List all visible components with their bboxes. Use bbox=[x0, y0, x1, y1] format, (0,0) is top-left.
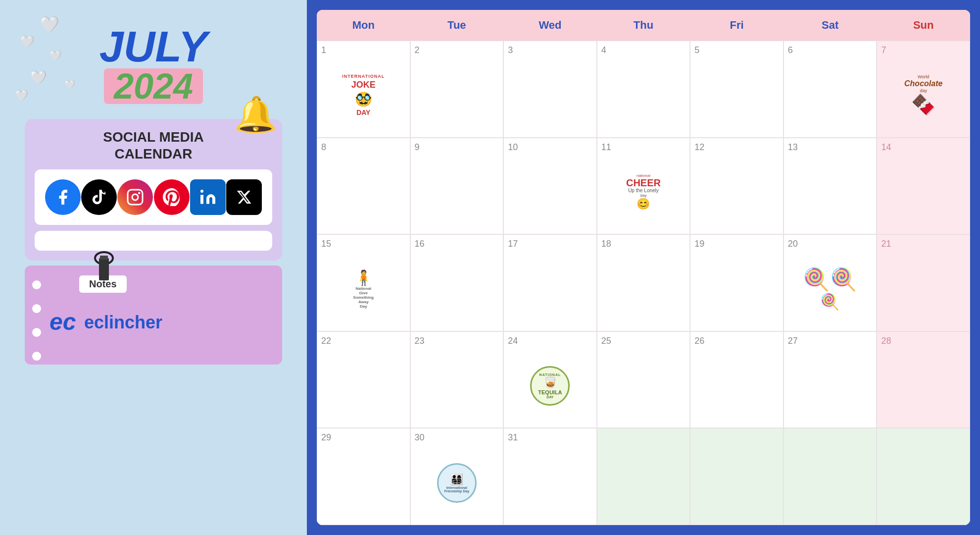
ec-logo-icon: ec bbox=[49, 310, 79, 335]
header-wed: Wed bbox=[503, 10, 597, 41]
notes-card: Notes ec eclincher bbox=[25, 266, 282, 365]
brand-name-text: eclincher bbox=[84, 312, 162, 333]
instagram-icon[interactable] bbox=[117, 179, 153, 215]
svg-point-3 bbox=[200, 190, 203, 193]
cell-17[interactable]: 17 bbox=[503, 234, 597, 331]
event-tequila-day: NATIONAL 🥃 TEQUILA DAY bbox=[508, 348, 592, 424]
cell-empty-4 bbox=[877, 428, 970, 525]
cell-9[interactable]: 9 bbox=[410, 138, 504, 235]
event-joke-day: INTERNATIONAL JOKE 🥸 DAY bbox=[321, 57, 406, 133]
event-friendship-day: 👨‍👩‍👧‍👦 InternationalFriendship Day bbox=[415, 445, 499, 521]
cell-empty-2 bbox=[690, 428, 784, 525]
notes-section: Notes ec eclincher bbox=[25, 266, 282, 365]
social-media-card: SOCIAL MEDIACALENDAR bbox=[25, 119, 282, 261]
social-icons-row bbox=[35, 169, 272, 225]
pinterest-icon[interactable] bbox=[154, 179, 190, 215]
cell-30[interactable]: 30 👨‍👩‍👧‍👦 InternationalFriendship Day bbox=[410, 428, 504, 525]
cell-11[interactable]: 11 national CHEER Up the Lonely day 😊 bbox=[597, 138, 690, 235]
header-sun: Sun bbox=[877, 10, 970, 41]
svg-rect-0 bbox=[128, 190, 143, 205]
cell-31[interactable]: 31 bbox=[503, 428, 597, 525]
cell-19[interactable]: 19 bbox=[690, 234, 784, 331]
header-thu: Thu bbox=[597, 10, 690, 41]
cell-empty-1 bbox=[597, 428, 690, 525]
event-lollipop-day: 🍭🍭 🍭 bbox=[788, 251, 873, 327]
header-mon: Mon bbox=[317, 10, 410, 41]
cell-22[interactable]: 22 bbox=[317, 331, 410, 428]
calendar-header: Mon Tue Wed Thu Fri Sat Sun bbox=[317, 10, 970, 41]
cell-2[interactable]: 2 bbox=[410, 41, 504, 138]
tiktok-icon[interactable] bbox=[81, 179, 117, 215]
header-tue: Tue bbox=[410, 10, 504, 41]
cell-empty-3 bbox=[784, 428, 877, 525]
svg-point-1 bbox=[132, 194, 138, 200]
left-panel: 🤍 🤍 🤍 🤍 🤍 🤍 🔔 JULY 2024 SOCIAL MEDIACALE… bbox=[0, 0, 307, 535]
cell-4[interactable]: 4 bbox=[597, 41, 690, 138]
svg-rect-5 bbox=[99, 258, 109, 280]
social-card-bottom-bar bbox=[35, 231, 272, 251]
facebook-icon[interactable] bbox=[45, 179, 81, 215]
binder-clip-icon bbox=[89, 251, 119, 285]
cell-10[interactable]: 10 bbox=[503, 138, 597, 235]
year-title: 2024 bbox=[104, 68, 203, 104]
event-cheer-day: national CHEER Up the Lonely day 😊 bbox=[601, 155, 686, 230]
cell-13[interactable]: 13 bbox=[784, 138, 877, 235]
cell-3[interactable]: 3 bbox=[503, 41, 597, 138]
cell-20[interactable]: 20 🍭🍭 🍭 bbox=[784, 234, 877, 331]
header-sat: Sat bbox=[784, 10, 877, 41]
event-chocolate-day: World Chocolate day 🍫 bbox=[881, 57, 966, 133]
eclincher-logo: ec eclincher bbox=[49, 310, 272, 335]
bell-icon: 🔔 bbox=[234, 94, 277, 135]
cell-24[interactable]: 24 NATIONAL 🥃 TEQUILA DAY bbox=[503, 331, 597, 428]
svg-text:ec: ec bbox=[49, 310, 76, 335]
svg-rect-6 bbox=[100, 256, 108, 260]
cell-16[interactable]: 16 bbox=[410, 234, 504, 331]
cell-15[interactable]: 15 🧍 NationalGiveSomethingAwayDay bbox=[317, 234, 410, 331]
notes-dots bbox=[32, 280, 41, 361]
calendar: Mon Tue Wed Thu Fri Sat Sun 1 INTERNATIO… bbox=[317, 10, 970, 525]
cell-1[interactable]: 1 INTERNATIONAL JOKE 🥸 DAY bbox=[317, 41, 410, 138]
cell-28[interactable]: 28 bbox=[877, 331, 970, 428]
cell-27[interactable]: 27 bbox=[784, 331, 877, 428]
cell-23[interactable]: 23 bbox=[410, 331, 504, 428]
cell-7[interactable]: 7 World Chocolate day 🍫 bbox=[877, 41, 970, 138]
twitter-x-icon[interactable] bbox=[226, 179, 262, 215]
cell-8[interactable]: 8 bbox=[317, 138, 410, 235]
cell-14[interactable]: 14 bbox=[877, 138, 970, 235]
cell-29[interactable]: 29 bbox=[317, 428, 410, 525]
header-fri: Fri bbox=[690, 10, 784, 41]
linkedin-icon[interactable] bbox=[190, 179, 226, 215]
cell-12[interactable]: 12 bbox=[690, 138, 784, 235]
calendar-body: 1 INTERNATIONAL JOKE 🥸 DAY 2 3 4 5 6 7 W… bbox=[317, 41, 970, 525]
event-giveaway-day: 🧍 NationalGiveSomethingAwayDay bbox=[321, 251, 406, 327]
right-panel: Mon Tue Wed Thu Fri Sat Sun 1 INTERNATIO… bbox=[307, 0, 980, 535]
cell-26[interactable]: 26 bbox=[690, 331, 784, 428]
decorative-hearts: 🤍 🤍 🤍 🤍 🤍 🤍 bbox=[10, 10, 109, 109]
cell-5[interactable]: 5 bbox=[690, 41, 784, 138]
cell-6[interactable]: 6 bbox=[784, 41, 877, 138]
cell-18[interactable]: 18 bbox=[597, 234, 690, 331]
month-title: JULY bbox=[99, 25, 207, 68]
cell-25[interactable]: 25 bbox=[597, 331, 690, 428]
cell-21[interactable]: 21 bbox=[877, 234, 970, 331]
svg-point-2 bbox=[138, 192, 141, 195]
